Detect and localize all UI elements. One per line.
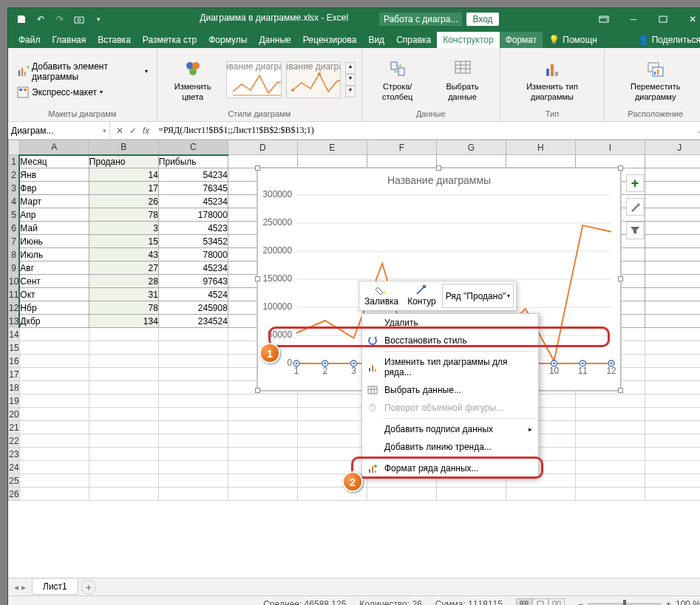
cell[interactable] bbox=[89, 421, 158, 434]
cell[interactable] bbox=[19, 461, 89, 474]
cell[interactable] bbox=[575, 394, 645, 408]
cell[interactable] bbox=[367, 155, 436, 168]
cell[interactable] bbox=[19, 381, 89, 394]
normal-view-icon[interactable] bbox=[516, 598, 532, 606]
cell[interactable] bbox=[89, 461, 158, 474]
cell[interactable] bbox=[297, 155, 367, 168]
row-header[interactable]: 25 bbox=[9, 474, 20, 488]
cell[interactable] bbox=[575, 461, 645, 474]
cell[interactable] bbox=[158, 408, 228, 421]
chart-elements-button[interactable]: + bbox=[626, 174, 644, 192]
select-all-corner[interactable] bbox=[9, 140, 20, 155]
cell[interactable] bbox=[19, 394, 89, 408]
cell[interactable] bbox=[89, 434, 158, 448]
tab-data[interactable]: Данные bbox=[253, 32, 296, 48]
cell[interactable] bbox=[367, 488, 436, 501]
cell[interactable]: Янв bbox=[19, 168, 89, 182]
resize-handle[interactable] bbox=[436, 165, 441, 171]
ctx-change-series-type[interactable]: Изменить тип диаграммы для ряда... bbox=[362, 353, 538, 381]
row-header[interactable]: 19 bbox=[9, 394, 20, 408]
cell[interactable] bbox=[645, 434, 700, 448]
change-colors-button[interactable]: Изменить цвета bbox=[163, 55, 222, 103]
cell[interactable]: 15 bbox=[89, 235, 158, 248]
chart-style-1[interactable]: Название диаграммы bbox=[226, 61, 281, 98]
cell[interactable]: Окт bbox=[19, 288, 89, 301]
cell[interactable]: 45234 bbox=[158, 262, 228, 275]
cell[interactable] bbox=[228, 448, 297, 461]
cell[interactable] bbox=[436, 488, 506, 501]
cell[interactable] bbox=[89, 368, 158, 381]
row-header[interactable]: 9 bbox=[9, 262, 20, 275]
cell[interactable] bbox=[19, 408, 89, 421]
tab-page-layout[interactable]: Разметка стр bbox=[137, 32, 203, 48]
cell[interactable]: 97643 bbox=[158, 275, 228, 288]
column-header[interactable]: B bbox=[89, 140, 158, 155]
cell[interactable]: Май bbox=[19, 222, 89, 235]
cell[interactable] bbox=[645, 394, 700, 408]
row-header[interactable]: 16 bbox=[9, 355, 20, 368]
cell[interactable] bbox=[645, 421, 700, 434]
row-header[interactable]: 6 bbox=[9, 222, 20, 235]
cell[interactable] bbox=[89, 488, 158, 501]
style-scroll-down-icon[interactable]: ▾ bbox=[345, 74, 356, 86]
row-header[interactable]: 24 bbox=[9, 461, 20, 474]
cell[interactable] bbox=[158, 355, 228, 368]
cell[interactable]: Фвр bbox=[19, 182, 89, 195]
row-header[interactable]: 22 bbox=[9, 434, 20, 448]
page-layout-view-icon[interactable] bbox=[532, 598, 548, 606]
column-header[interactable]: G bbox=[436, 140, 506, 155]
zoom-in-icon[interactable]: + bbox=[666, 599, 671, 606]
cell[interactable]: 3 bbox=[89, 222, 158, 235]
style-gallery-icon[interactable]: ▾ bbox=[345, 86, 356, 98]
cancel-formula-icon[interactable]: ✕ bbox=[116, 126, 123, 136]
cell[interactable]: Июнь bbox=[19, 235, 89, 248]
fx-icon[interactable]: fx bbox=[143, 126, 149, 136]
cell[interactable] bbox=[645, 474, 700, 488]
cell[interactable]: Сент bbox=[19, 275, 89, 288]
cell[interactable]: 134 bbox=[89, 315, 158, 328]
cell[interactable] bbox=[19, 474, 89, 488]
resize-handle[interactable] bbox=[255, 165, 260, 171]
cell[interactable] bbox=[89, 394, 158, 408]
row-header[interactable]: 20 bbox=[9, 408, 20, 421]
cell[interactable] bbox=[436, 155, 506, 168]
cell[interactable] bbox=[645, 381, 700, 394]
row-header[interactable]: 8 bbox=[9, 248, 20, 262]
cell[interactable]: 4523 bbox=[158, 222, 228, 235]
add-sheet-button[interactable]: + bbox=[81, 580, 96, 595]
quick-layout-button[interactable]: Экспресс-макет ▾ bbox=[14, 85, 106, 100]
embedded-chart[interactable]: Название диаграммы 050000100000150000200… bbox=[257, 168, 621, 391]
cell[interactable] bbox=[19, 368, 89, 381]
tab-home[interactable]: Главная bbox=[47, 32, 92, 48]
cell[interactable] bbox=[645, 488, 700, 501]
cell[interactable] bbox=[297, 448, 367, 461]
column-header[interactable]: E bbox=[297, 140, 367, 155]
cell[interactable] bbox=[158, 448, 228, 461]
redo-icon[interactable]: ↷ bbox=[54, 13, 66, 25]
cell[interactable] bbox=[645, 182, 700, 195]
cell[interactable] bbox=[575, 421, 645, 434]
cell[interactable]: 178000 bbox=[158, 208, 228, 222]
cell[interactable] bbox=[89, 381, 158, 394]
change-chart-type-button[interactable]: Изменить тип диаграммы bbox=[506, 55, 599, 103]
style-scroll-up-icon[interactable]: ▴ bbox=[345, 62, 356, 74]
chart-filter-button[interactable] bbox=[626, 222, 644, 239]
zoom-value[interactable]: 100 % bbox=[676, 599, 700, 606]
mini-fill-button[interactable]: Заливка bbox=[361, 284, 401, 308]
cell[interactable] bbox=[297, 408, 367, 421]
row-header[interactable]: 10 bbox=[9, 275, 20, 288]
cell[interactable] bbox=[89, 448, 158, 461]
cell[interactable] bbox=[19, 355, 89, 368]
column-header[interactable]: C bbox=[158, 140, 228, 155]
chart-style-2[interactable]: Название диаграммы bbox=[286, 61, 341, 98]
ctx-select-data[interactable]: Выбрать данные... bbox=[362, 381, 538, 399]
cell[interactable]: 76345 bbox=[158, 182, 228, 195]
cell[interactable] bbox=[158, 488, 228, 501]
column-header[interactable]: I bbox=[575, 140, 645, 155]
cell[interactable] bbox=[645, 341, 700, 355]
row-header[interactable]: 26 bbox=[9, 488, 20, 501]
cell[interactable] bbox=[645, 315, 700, 328]
row-header[interactable]: 21 bbox=[9, 421, 20, 434]
cell[interactable] bbox=[158, 381, 228, 394]
zoom-out-icon[interactable]: − bbox=[578, 599, 583, 606]
